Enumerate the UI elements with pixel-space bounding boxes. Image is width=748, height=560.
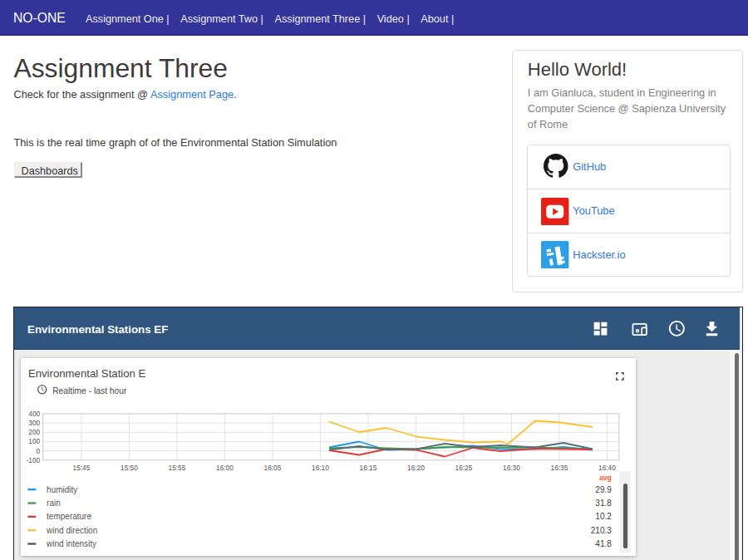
svg-text:-100: -100 [27,455,41,464]
svg-text:41.8: 41.8 [596,538,613,548]
svg-text:16:40: 16:40 [598,464,616,472]
svg-text:16:30: 16:30 [503,464,520,472]
svg-text:15:55: 15:55 [169,464,186,472]
svg-text:15:45: 15:45 [73,464,91,472]
svg-text:wind direction: wind direction [46,525,97,534]
svg-text:300: 300 [29,419,41,427]
svg-text:16:15: 16:15 [360,464,377,472]
svg-text:100: 100 [29,437,41,445]
svg-text:rain: rain [47,498,61,507]
svg-text:29.9: 29.9 [596,484,613,494]
svg-text:wind intensity: wind intensity [46,538,96,548]
svg-text:16:35: 16:35 [551,464,568,472]
svg-text:temperature: temperature [47,512,91,521]
svg-text:16:25: 16:25 [455,464,473,472]
svg-text:16:10: 16:10 [312,464,329,472]
svg-text:16:05: 16:05 [264,464,282,472]
svg-text:200: 200 [29,428,41,436]
svg-text:10.2: 10.2 [596,512,613,521]
svg-text:avg: avg [599,473,612,481]
svg-text:16:00: 16:00 [216,464,234,472]
svg-text:400: 400 [29,409,41,417]
svg-text:31.8: 31.8 [596,498,613,507]
svg-text:humidity: humidity [47,484,77,494]
svg-text:0: 0 [37,446,41,454]
svg-text:16:20: 16:20 [407,464,425,472]
svg-text:210.3: 210.3 [591,525,612,534]
svg-text:15:50: 15:50 [121,464,138,472]
